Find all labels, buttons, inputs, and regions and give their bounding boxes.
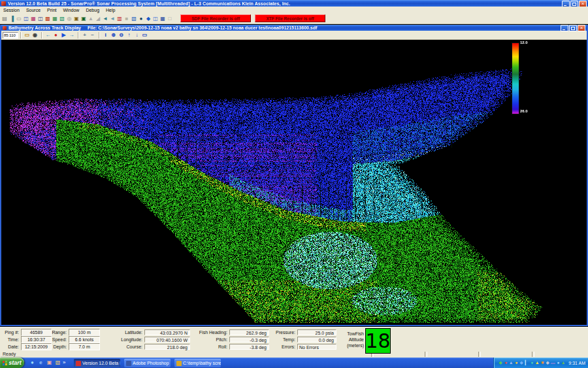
tile-windows-icon[interactable]: ◫	[152, 14, 159, 23]
task-icon	[176, 361, 182, 366]
tray-network-icon[interactable]: ◆	[498, 358, 503, 368]
rewind-icon[interactable]: ←	[44, 31, 52, 39]
tray-bluetooth-icon[interactable]: ◆	[519, 358, 524, 368]
waterfall-color-icon[interactable]: ▩	[44, 14, 51, 23]
dual-display-icon[interactable]: ◫	[37, 14, 44, 23]
quicklaunch-media-icon[interactable]: ▣	[46, 359, 53, 366]
tray-sync-icon[interactable]: ●	[529, 358, 534, 368]
taskbar-task-1[interactable]: Version 12.0 Beta Bul...	[74, 359, 120, 367]
bathymetry-window-controls	[561, 25, 585, 31]
field-value: 100 m	[69, 329, 100, 336]
cursor-left-icon[interactable]: ◄	[102, 14, 108, 23]
display-green-icon[interactable]: ▣	[80, 14, 87, 23]
data-row: Pressure:25.0 psia	[264, 329, 336, 336]
data-row: Ping #:46589	[1, 329, 52, 336]
tray-usb-icon[interactable]: ▲	[508, 358, 514, 368]
search-binoculars-icon[interactable]: ◉	[31, 31, 39, 39]
monitor-icon[interactable]: ▭	[16, 14, 22, 23]
map-icon[interactable]: ▧	[131, 14, 137, 23]
field-label: Roll:	[195, 344, 229, 349]
menu-session[interactable]: Session	[0, 8, 23, 12]
tray-wifi-icon[interactable]: ●	[555, 358, 561, 368]
tray-messenger-icon[interactable]: ▬	[550, 358, 555, 368]
zoom-out-icon[interactable]: ⊖	[118, 31, 125, 39]
toolbar-separator	[20, 32, 22, 39]
bathy-minimize-button[interactable]	[561, 25, 568, 31]
play-icon[interactable]: ▶	[60, 31, 67, 39]
display-yellow-icon[interactable]: ▣	[73, 14, 80, 23]
zoom-in-icon[interactable]: ⊕	[110, 31, 117, 39]
quicklaunch-overflow-chevron[interactable]: »	[63, 359, 65, 366]
field-label: Fish Heading:	[195, 330, 229, 335]
tray-display-icon[interactable]: ◆	[545, 358, 550, 368]
start-button-label: start	[8, 360, 22, 366]
field-label: Date:	[1, 344, 21, 349]
bathymetry-toolbar-icons: ▭◉←●▶→+−I⊕⊖↑↓▭	[24, 31, 149, 39]
target-circle-icon[interactable]: ◎	[66, 14, 73, 23]
statusbar-divider	[532, 352, 534, 357]
field-label: Errors:	[264, 344, 297, 349]
xtf-recorder-button[interactable]: XTF File Recorder is off	[255, 14, 325, 22]
quick-launch-bar: » ●e▣▧	[29, 359, 65, 366]
tray-power-icon[interactable]: ▲	[534, 358, 540, 368]
start-button[interactable]: start	[0, 358, 24, 368]
select-region-icon[interactable]: ▭	[141, 31, 148, 39]
tray-battery-icon[interactable]: ■	[540, 358, 545, 368]
field-value: -3.8 deg	[229, 344, 269, 350]
menu-print[interactable]: Print	[44, 8, 59, 12]
menu-window[interactable]: Window	[60, 8, 83, 12]
pan-down-icon[interactable]: ↓	[133, 31, 140, 39]
taskbar-task-2[interactable]: Adobe Photoshop	[124, 359, 171, 367]
tray-antivirus-icon[interactable]: ●	[503, 358, 508, 368]
bathymetry-point-cloud[interactable]	[1, 40, 587, 325]
data-row: Errors:No Errors	[264, 343, 336, 350]
nav-icon[interactable]: ◆	[145, 14, 152, 23]
menu-source[interactable]: Source	[23, 8, 44, 12]
plug-connect-icon[interactable]: ▐	[8, 14, 15, 23]
blank-icon[interactable]: ■	[123, 14, 130, 23]
field-label: Pressure:	[264, 330, 297, 335]
mark-out-icon[interactable]: −	[89, 31, 96, 39]
range-scale-field[interactable]	[3, 32, 18, 39]
system-tray: ◆●▲●◆▎●▲■◆▬●▲ 9:31 AM	[493, 358, 588, 368]
mark-in-icon[interactable]: +	[81, 31, 88, 39]
signal-green-icon[interactable]: ▧	[59, 14, 65, 23]
stop-icon[interactable]: ●	[52, 31, 59, 39]
tray-update-icon[interactable]: ●	[514, 358, 519, 368]
tray-volume-icon[interactable]: ▎	[524, 358, 529, 368]
gain-bars-icon[interactable]: ▥	[116, 14, 123, 23]
towfish-altitude-display: 18	[365, 328, 391, 354]
pan-up-icon[interactable]: ↑	[125, 31, 133, 39]
taskbar-task-3[interactable]: C:\temp\bathy scre...	[174, 359, 221, 367]
task-icon	[76, 361, 81, 366]
print-icon[interactable]: ▤	[1, 14, 8, 23]
quicklaunch-folder-icon[interactable]: ▧	[54, 359, 61, 366]
ibeam-cursor-icon[interactable]: I	[102, 31, 109, 39]
cursor-left-alt-icon[interactable]: ◄	[109, 14, 116, 23]
towfish-label-line3: (meters)	[336, 343, 364, 348]
new-file-icon[interactable]: □	[167, 14, 173, 23]
menu-help[interactable]: Help	[103, 8, 118, 12]
snapshot-icon[interactable]: ●	[138, 14, 144, 23]
field-label: Ping #:	[1, 330, 21, 335]
data-row: Temp:0.0 deg	[264, 336, 336, 343]
desktop: Version 12.0 Beta Build 25 - SonarPro® S…	[0, 0, 588, 368]
forward-icon[interactable]: →	[68, 31, 75, 39]
task-label: C:\temp\bathy scre...	[183, 361, 221, 365]
field-value: 7.0 m	[69, 343, 100, 350]
menu-debug[interactable]: Debug	[82, 8, 103, 12]
save-icon[interactable]: ▦	[159, 14, 166, 23]
quicklaunch-browser-icon[interactable]: ●	[29, 359, 36, 366]
sdf-recorder-button[interactable]: SDF File Recorder is off	[180, 14, 251, 22]
upload-disabled-icon[interactable]: ▲	[88, 14, 94, 23]
quicklaunch-ie-icon[interactable]: e	[37, 359, 44, 366]
bathy-close-button[interactable]	[578, 25, 585, 31]
open-file-icon[interactable]: ▭	[24, 31, 31, 39]
chart-green-icon[interactable]: ▦	[52, 14, 58, 23]
tray-shield-icon[interactable]: ▲	[561, 358, 566, 368]
annotate-disabled-icon[interactable]: ◢	[95, 14, 101, 23]
waterfall-red-icon[interactable]: ▦	[30, 14, 37, 23]
towfish-altitude-label: TowFish Altitude (meters)	[336, 331, 364, 348]
dual-channel-icon[interactable]: ◫	[23, 14, 29, 23]
bathy-maximize-button[interactable]	[569, 25, 577, 31]
